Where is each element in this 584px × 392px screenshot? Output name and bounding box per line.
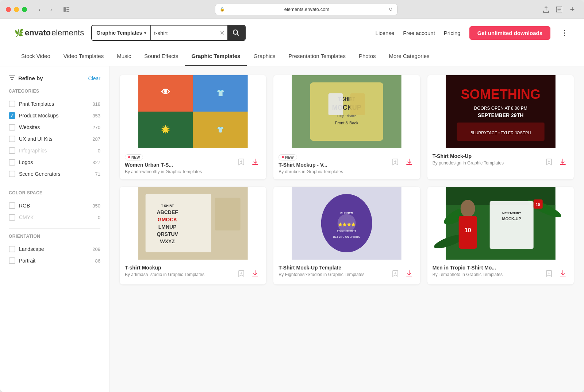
clear-button[interactable]: Clear [88, 75, 100, 81]
back-button[interactable]: ‹ [34, 4, 45, 15]
cat-photos[interactable]: Photos [352, 47, 383, 66]
filter-portrait[interactable]: Portrait 86 [9, 255, 100, 267]
svg-rect-18 [310, 82, 383, 141]
cat-sound-effects[interactable]: Sound Effects [138, 47, 185, 66]
filter-rgb[interactable]: RGB 350 [9, 200, 100, 211]
forward-button[interactable]: › [46, 4, 56, 15]
filter-checkbox-websites[interactable] [9, 124, 15, 131]
filter-checkbox-product-mockups[interactable] [9, 112, 15, 119]
download-button-5[interactable] [403, 268, 415, 279]
download-button-1[interactable] [249, 156, 261, 168]
divider-1 [9, 185, 100, 185]
bookmark-button-3[interactable] [543, 156, 555, 168]
cat-music[interactable]: Music [110, 47, 138, 66]
cat-graphic-templates[interactable]: Graphic Templates [185, 47, 247, 66]
free-account-link[interactable]: Free account [403, 30, 435, 36]
filter-checkbox-print-templates[interactable] [9, 101, 15, 107]
filter-ux-ui-kits[interactable]: UX and UI Kits 287 [9, 133, 100, 145]
lock-icon: 🔒 [220, 7, 225, 12]
address-bar[interactable]: 🔒 elements.envato.com ↺ [215, 4, 397, 15]
pricing-link[interactable]: Pricing [444, 30, 461, 36]
svg-rect-2 [66, 9, 69, 10]
filter-checkbox-portrait[interactable] [9, 257, 15, 264]
products-grid: 👁 🌟 👕 👕 NEW [120, 75, 574, 284]
svg-rect-23 [328, 93, 343, 115]
filter-checkbox-scene-generators[interactable] [9, 171, 15, 177]
svg-text:DOORS OPEN AT 8:00 PM: DOORS OPEN AT 8:00 PM [474, 106, 527, 111]
product-image-1: 👁 🌟 👕 👕 [120, 75, 266, 148]
download-button-2[interactable] [403, 156, 415, 168]
product-card-6[interactable]: MEN T-SHIRT MOCK-UP 10 10 [427, 187, 574, 284]
product-image-6: MEN T-SHIRT MOCK-UP 10 10 [427, 187, 574, 260]
divider-2 [9, 228, 100, 229]
add-tab-button[interactable] [553, 4, 565, 15]
cat-graphics[interactable]: Graphics [247, 47, 282, 66]
cat-more-categories[interactable]: More Categories [383, 47, 436, 66]
close-button[interactable] [6, 7, 11, 12]
filter-checkbox-ux-ui-kits[interactable] [9, 136, 15, 142]
bookmark-button-2[interactable] [389, 156, 401, 168]
filter-checkbox-landscape[interactable] [9, 246, 15, 252]
badge-text-1: NEW [131, 155, 140, 159]
license-link[interactable]: License [376, 30, 395, 36]
minimize-button[interactable] [14, 7, 19, 12]
url-text: elements.envato.com [228, 7, 386, 12]
download-button-3[interactable] [557, 156, 569, 168]
filter-websites[interactable]: Websites 270 [9, 121, 100, 133]
new-tab-button[interactable]: + [566, 4, 578, 15]
cat-presentation-templates[interactable]: Presentation Templates [282, 47, 352, 66]
filter-logos[interactable]: Logos 327 [9, 156, 100, 168]
cat-video-templates[interactable]: Video Templates [57, 47, 110, 66]
more-menu-button[interactable]: ⋮ [559, 28, 569, 37]
logo[interactable]: 🌿 envato elements [15, 28, 84, 38]
filter-cmyk[interactable]: CMYK 0 [9, 211, 100, 223]
card-actions-4 [235, 268, 261, 279]
filter-infographics[interactable]: Infographics 0 [9, 145, 100, 156]
filter-count-rgb: 350 [92, 203, 100, 209]
badge-dot-1 [128, 156, 130, 158]
product-card-3[interactable]: SOMETHING DOORS OPEN AT 8:00 PM SEPTEMBE… [427, 75, 574, 179]
cta-button[interactable]: Get unlimited downloads [469, 26, 550, 40]
filter-product-mockups[interactable]: Product Mockups 353 [9, 110, 100, 121]
filter-landscape[interactable]: Landscape 209 [9, 243, 100, 255]
filter-checkbox-infographics[interactable] [9, 147, 15, 154]
filter-print-templates[interactable]: Print Templates 818 [9, 98, 100, 110]
share-button[interactable] [540, 4, 552, 15]
reload-button[interactable]: ↺ [389, 7, 393, 12]
bookmark-button-5[interactable] [389, 268, 401, 279]
download-button-6[interactable] [557, 268, 569, 279]
svg-text:SOMETHING: SOMETHING [461, 87, 540, 102]
card-meta-2: NEW T-Shirt Mockup - V... By dhrubok in … [278, 153, 415, 174]
svg-text:🌟: 🌟 [161, 125, 170, 133]
card-title-5: T-Shirt Mock-Up Template [278, 265, 386, 271]
filter-count-portrait: 86 [95, 258, 100, 264]
bookmark-button-4[interactable] [235, 268, 247, 279]
product-card-5[interactable]: RUNNER ⭐⭐⭐⭐ EXPERTBET BET LIVE ON SPORTS… [273, 187, 420, 284]
card-actions-1 [235, 156, 261, 168]
card-info-1: NEW Women Urban T-S... By andrewtimothy … [125, 153, 233, 174]
svg-text:GMOCK: GMOCK [158, 217, 177, 222]
search-category-dropdown[interactable]: Graphic Templates ▾ [92, 26, 151, 40]
card-author-2: By dhrubok in Graphic Templates [278, 169, 386, 174]
logo-elements-text: elements [51, 28, 84, 38]
filter-label-scene-generators: Scene Generators [19, 171, 92, 177]
product-image-3: SOMETHING DOORS OPEN AT 8:00 PM SEPTEMBE… [427, 75, 574, 148]
product-card-1[interactable]: 👁 🌟 👕 👕 NEW [120, 75, 266, 179]
filter-scene-generators[interactable]: Scene Generators 71 [9, 168, 100, 180]
bookmark-button-1[interactable] [235, 156, 247, 168]
filter-checkbox-logos[interactable] [9, 159, 15, 166]
filter-checkbox-cmyk[interactable] [9, 214, 15, 221]
search-clear-button[interactable]: ✕ [217, 30, 227, 36]
download-button-4[interactable] [249, 268, 261, 279]
search-submit-button[interactable] [227, 26, 245, 40]
product-card-4[interactable]: T-SHIRT ABCDEF GMOCK LMNUP QRSTUV WXYZ [120, 187, 266, 284]
sidebar-toggle-button[interactable] [61, 4, 72, 15]
card-title-3: T-Shirt Mock-Up [433, 153, 540, 159]
bookmark-button-6[interactable] [543, 268, 555, 279]
card-info-5: T-Shirt Mock-Up Template By EightonesixS… [278, 265, 386, 277]
maximize-button[interactable] [22, 7, 27, 12]
cat-stock-video[interactable]: Stock Video [15, 47, 57, 66]
search-input[interactable] [151, 26, 217, 40]
product-card-2[interactable]: T-SHIRT MOCKUP Fully Editable Front & Ba… [273, 75, 420, 179]
filter-checkbox-rgb[interactable] [9, 202, 15, 209]
